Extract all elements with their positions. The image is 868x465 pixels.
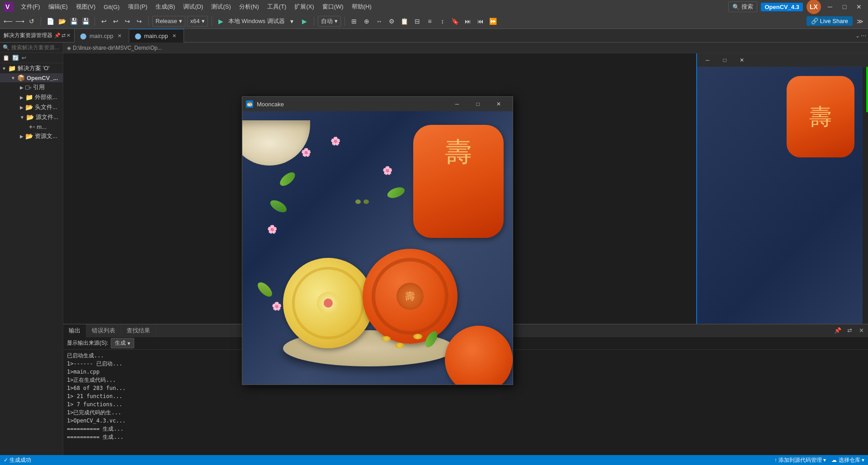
sidebar-tool1[interactable]: 📋 <box>2 54 10 62</box>
toolbar-extra4[interactable]: ⚙ <box>387 16 397 27</box>
output-ctrl-pin[interactable]: 📌 <box>833 326 843 336</box>
sidebar-tool2[interactable]: 🔄 <box>11 54 20 62</box>
menu-project[interactable]: 项目(P) <box>124 2 151 12</box>
menu-help[interactable]: 帮助(H) <box>348 2 375 12</box>
output-tab-errors[interactable]: 错误列表 <box>86 324 121 337</box>
repo-select-btn[interactable]: ☁ 选择仓库 ▾ <box>831 456 864 464</box>
close-button[interactable]: ✕ <box>854 1 864 12</box>
menu-view[interactable]: 视图(V) <box>72 2 99 12</box>
run-group: ▶ 本地 Windows 调试器 ▾ ▶ <box>216 16 310 27</box>
search-box[interactable]: 🔍 搜索 <box>728 1 757 12</box>
solution-icon: 📁 <box>8 65 16 72</box>
menu-test[interactable]: 测试(S) <box>208 2 234 12</box>
auto-dropdown[interactable]: 自动 ▾ <box>318 16 341 27</box>
tree-item-sources[interactable]: ▼ 📂 源文件... <box>0 112 63 122</box>
toolbar-extra1[interactable]: ⊞ <box>349 16 359 27</box>
sidebar-search-input[interactable] <box>11 44 63 51</box>
leaf-2 <box>269 198 289 214</box>
toolbar-extra9[interactable]: 🔖 <box>450 16 461 27</box>
toolbar-extra5[interactable]: 📋 <box>399 16 410 27</box>
sidebar-tab-close[interactable]: ✕ <box>66 33 71 38</box>
tree-item-headers[interactable]: ▶ 📂 头文件... <box>0 102 63 112</box>
platform-dropdown[interactable]: x64 ▾ <box>187 16 208 27</box>
toolbar-extra6[interactable]: ⊟ <box>412 16 423 27</box>
toolbar-extra10[interactable]: ⏭ <box>462 16 473 27</box>
run-dropdown-arrow[interactable]: ▾ <box>287 16 297 27</box>
toolbar-redo-btn[interactable]: ↪ <box>122 16 133 27</box>
tree-item-project[interactable]: ▼ 📦 OpenCV_... <box>0 73 63 82</box>
sidebar-tab-pin[interactable]: 📌 <box>54 33 61 38</box>
toolbar-undo2-btn[interactable]: ↩ <box>110 16 121 27</box>
tab-close-btn-2[interactable]: ✕ <box>171 33 178 40</box>
tree-item-resources[interactable]: ▶ 📂 资源文... <box>0 131 63 141</box>
right-panel-maximize[interactable]: □ <box>718 55 731 66</box>
right-panel-minimize[interactable]: ─ <box>701 55 714 66</box>
headers-label: 头文件... <box>35 103 57 111</box>
build-status[interactable]: ✓ 生成成功 <box>4 456 31 464</box>
toolbar-saveall-btn[interactable]: 💾 <box>80 16 91 27</box>
tree-item-external[interactable]: ▶ 📁 外部依... <box>0 92 63 102</box>
output-tab-find[interactable]: 查找结果 <box>121 324 156 337</box>
live-share-button[interactable]: 🔗 Live Share <box>807 16 853 26</box>
menu-git[interactable]: Git(G) <box>100 3 123 11</box>
maximize-button[interactable]: □ <box>839 1 850 12</box>
sidebar-tool3[interactable]: ↩ <box>21 54 27 62</box>
sidebar-tab-label: 解决方案资源管理器 <box>4 32 52 39</box>
mooncake-close[interactable]: ✕ <box>488 97 509 111</box>
sidebar-tab-close-arrow[interactable]: ⇄ <box>61 33 66 38</box>
center-dot <box>324 299 333 308</box>
tree-arrow-hdr: ▶ <box>20 105 24 110</box>
output-tab-output[interactable]: 输出 <box>63 324 86 337</box>
user-avatar[interactable]: LX <box>807 0 821 14</box>
menu-analyze[interactable]: 分析(N) <box>236 2 263 12</box>
tabs-chevron[interactable]: ⌄ <box>855 33 860 39</box>
tree-item-solution[interactable]: ▼ 📁 解决方案 'O' <box>0 63 63 73</box>
toolbar-redo2-btn[interactable]: ↪ <box>134 16 145 27</box>
right-panel-close[interactable]: ✕ <box>735 55 749 66</box>
config-value: Release <box>156 18 177 24</box>
toolbar-extra13[interactable]: ≫ <box>854 16 865 27</box>
mooncake-minimize[interactable]: ─ <box>447 97 467 111</box>
tab-main-cpp-1[interactable]: ⬤ main.cpp ✕ <box>75 29 129 43</box>
menu-window[interactable]: 窗口(W) <box>319 2 347 12</box>
toolbar-extra7[interactable]: ≡ <box>425 16 435 27</box>
source-control-btn[interactable]: ↑ 添加到源代码管理 ▾ <box>774 456 826 464</box>
center-circle <box>317 292 340 314</box>
output-line-4: 1>68 of 283 fun... <box>67 384 864 392</box>
toolbar-forward-btn[interactable]: ⟶ <box>14 16 25 27</box>
config-dropdown[interactable]: Release ▾ <box>152 16 185 27</box>
toolbar-refresh-btn[interactable]: ↺ <box>26 16 37 27</box>
toolbar-back-btn[interactable]: ⟵ <box>3 16 14 27</box>
menu-file[interactable]: 文件(F) <box>17 2 44 12</box>
output-ctrl-float[interactable]: ⇄ <box>844 326 854 336</box>
sidebar-tab-header[interactable]: 解决方案资源管理器 📌 ⇄ ✕ <box>0 29 75 42</box>
run-secondary-btn[interactable]: ▶ <box>299 16 310 27</box>
menu-extensions[interactable]: 扩展(X) <box>291 2 317 12</box>
toolbar-extra11[interactable]: ⏮ <box>475 16 486 27</box>
output-ctrl-close[interactable]: ✕ <box>856 326 866 336</box>
tree-arrow-ref: ▶ <box>20 85 24 90</box>
toolbar-extra8[interactable]: ↕ <box>437 16 448 27</box>
tab-close-btn-1[interactable]: ✕ <box>116 32 123 39</box>
output-source-dropdown[interactable]: 生成 ▾ <box>111 338 134 348</box>
toolbar-extra3[interactable]: ↔ <box>374 16 385 27</box>
menu-build[interactable]: 生成(B) <box>152 2 179 12</box>
toolbar-open-btn[interactable]: 📂 <box>57 16 67 27</box>
toolbar-undo-btn[interactable]: ↩ <box>99 16 109 27</box>
mooncake-maximize[interactable]: □ <box>467 97 488 111</box>
tab-main-cpp-2[interactable]: ⬤ main.cpp ✕ <box>129 29 184 43</box>
tree-arrow-ext: ▶ <box>20 95 24 100</box>
mooncake-window: 🍮 Mooncake ─ □ ✕ <box>242 96 513 385</box>
toolbar-new-btn[interactable]: 📄 <box>45 16 56 27</box>
toolbar-save-btn[interactable]: 💾 <box>68 16 79 27</box>
toolbar-extra12[interactable]: ⏩ <box>488 16 499 27</box>
tree-item-maincpp[interactable]: +◦ m... <box>0 122 63 131</box>
toolbar-extra2[interactable]: ⊕ <box>361 16 372 27</box>
run-btn[interactable]: ▶ <box>216 16 226 27</box>
menu-tools[interactable]: 工具(T) <box>264 2 290 12</box>
tree-item-references[interactable]: ▶ □◦ 引用 <box>0 82 63 92</box>
minimize-button[interactable]: ─ <box>825 1 835 12</box>
menu-debug[interactable]: 调试(D) <box>179 2 207 12</box>
tabs-extra[interactable]: ⋯ <box>861 33 866 39</box>
menu-edit[interactable]: 编辑(E) <box>45 2 71 12</box>
